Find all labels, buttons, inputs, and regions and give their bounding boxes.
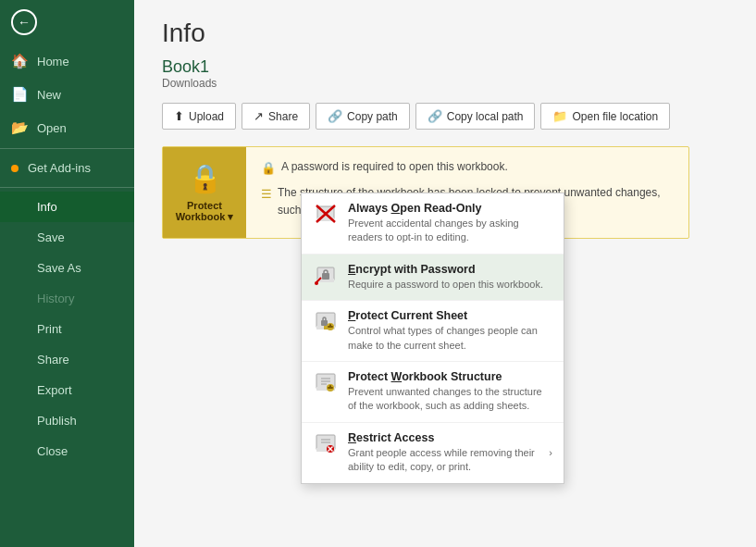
sidebar-item-save[interactable]: Save <box>0 222 134 253</box>
toolbar: ⬆ Upload ↗ Share 🔗 Copy path 🔗 Copy loca… <box>162 103 728 130</box>
encrypt-icon <box>313 263 339 289</box>
file-path: Downloads <box>162 77 728 90</box>
back-button[interactable]: ← <box>0 0 134 44</box>
add-ins-dot <box>11 165 19 172</box>
protect-sheet-title: Protect Current Sheet <box>348 309 552 322</box>
sidebar-item-save-as-label: Save As <box>37 261 81 275</box>
dropdown-item-restrict-access[interactable]: Restrict Access Grant people access whil… <box>302 423 564 483</box>
sidebar-item-export-label: Export <box>37 383 72 397</box>
main-content: Info Book1 Downloads ⬆ Upload ↗ Share 🔗 … <box>134 0 756 547</box>
copy-path-button[interactable]: 🔗 Copy path <box>316 103 410 130</box>
share-btn-icon: ↗ <box>254 109 264 123</box>
share-label: Share <box>268 110 298 123</box>
always-open-icon <box>313 202 339 228</box>
sidebar-item-export[interactable]: Export <box>0 375 134 405</box>
open-file-location-button[interactable]: 📁 Open file location <box>540 103 670 130</box>
file-name: Book1 <box>162 57 728 77</box>
protect-detail-row-1: 🔒 A password is required to open this wo… <box>261 158 674 179</box>
protect-detail-icon-2: ☰ <box>261 185 272 205</box>
sidebar: ← 🏠 Home 📄 New 📂 Open Get Add-ins Info S… <box>0 0 134 547</box>
always-open-content: Always Open Read-Only Prevent accidental… <box>348 202 552 245</box>
upload-label: Upload <box>189 110 224 123</box>
svg-rect-25 <box>328 387 333 389</box>
upload-button[interactable]: ⬆ Upload <box>162 103 236 130</box>
dropdown-item-always-open-read-only[interactable]: Always Open Read-Only Prevent accidental… <box>302 193 564 255</box>
sidebar-item-get-add-ins[interactable]: Get Add-ins <box>0 153 134 183</box>
protect-icon-area[interactable]: 🔒 ProtectWorkbook ▾ <box>163 147 246 238</box>
protect-structure-desc: Prevent unwanted changes to the structur… <box>348 385 552 414</box>
protect-workbook-label: ProtectWorkbook ▾ <box>176 200 234 223</box>
open-location-icon: 📁 <box>552 109 567 123</box>
sidebar-item-close[interactable]: Close <box>0 436 134 466</box>
dropdown-item-protect-workbook-structure[interactable]: Protect Workbook Structure Prevent unwan… <box>302 362 564 423</box>
protect-structure-icon <box>313 370 339 396</box>
upload-icon: ⬆ <box>174 109 184 123</box>
protect-dropdown-menu: Always Open Read-Only Prevent accidental… <box>301 193 564 484</box>
encrypt-desc: Require a password to open this workbook… <box>348 278 552 292</box>
sidebar-item-new-label: New <box>37 88 61 102</box>
sidebar-item-publish-label: Publish <box>37 414 77 428</box>
protect-sheet-content: Protect Current Sheet Control what types… <box>348 309 552 353</box>
svg-rect-6 <box>322 273 329 280</box>
page-title: Info <box>162 19 728 48</box>
sidebar-item-print-label: Print <box>37 322 62 336</box>
sidebar-divider-1 <box>0 148 134 149</box>
sidebar-item-save-as[interactable]: Save As <box>0 253 134 283</box>
share-button[interactable]: ↗ Share <box>242 103 310 130</box>
home-icon: 🏠 <box>11 53 28 69</box>
restrict-access-icon <box>313 431 339 457</box>
sidebar-item-publish[interactable]: Publish <box>0 405 134 436</box>
encrypt-title: Encrypt with Password <box>348 263 552 276</box>
dropdown-item-protect-current-sheet[interactable]: Protect Current Sheet Control what types… <box>302 301 564 362</box>
restrict-access-arrow: › <box>549 447 552 458</box>
sidebar-item-close-label: Close <box>37 444 68 458</box>
sidebar-item-open-label: Open <box>37 121 67 135</box>
protect-sheet-icon <box>313 309 339 335</box>
open-icon: 📂 <box>11 119 28 136</box>
protect-detail-text-1: A password is required to open this work… <box>281 158 508 176</box>
sidebar-item-print[interactable]: Print <box>0 314 134 344</box>
copy-local-path-button[interactable]: 🔗 Copy local path <box>415 103 536 130</box>
restrict-access-title: Restrict Access <box>348 431 539 444</box>
sidebar-divider-2 <box>0 187 134 188</box>
copy-path-icon: 🔗 <box>328 109 342 123</box>
restrict-access-desc: Grant people access while removing their… <box>348 446 539 475</box>
sidebar-item-home[interactable]: 🏠 Home <box>0 44 134 78</box>
protect-structure-content: Protect Workbook Structure Prevent unwan… <box>348 370 552 414</box>
open-file-location-label: Open file location <box>572 110 658 123</box>
sidebar-item-save-label: Save <box>37 230 65 244</box>
sidebar-item-info[interactable]: Info <box>0 192 134 222</box>
copy-local-path-icon: 🔗 <box>428 109 442 123</box>
lock-icon: 🔒 <box>188 162 222 194</box>
sidebar-item-info-label: Info <box>37 200 57 214</box>
back-icon: ← <box>11 9 37 35</box>
protect-sheet-desc: Control what types of changes people can… <box>348 324 552 353</box>
sidebar-item-get-add-ins-label: Get Add-ins <box>28 161 91 175</box>
protect-structure-title: Protect Workbook Structure <box>348 370 552 383</box>
encrypt-content: Encrypt with Password Require a password… <box>348 263 552 292</box>
sidebar-item-share[interactable]: Share <box>0 344 134 375</box>
copy-path-label: Copy path <box>347 110 398 123</box>
svg-rect-17 <box>328 326 333 328</box>
sidebar-item-history[interactable]: History <box>0 283 134 314</box>
sidebar-item-home-label: Home <box>37 55 69 68</box>
sidebar-item-new[interactable]: 📄 New <box>0 78 134 111</box>
sidebar-item-history-label: History <box>37 292 74 305</box>
svg-point-9 <box>315 281 318 285</box>
always-open-desc: Prevent accidental changes by asking rea… <box>348 217 552 245</box>
always-open-title: Always Open Read-Only <box>348 202 552 215</box>
restrict-access-content: Restrict Access Grant people access whil… <box>348 431 539 475</box>
sidebar-item-open[interactable]: 📂 Open <box>0 111 134 144</box>
new-icon: 📄 <box>11 86 28 103</box>
copy-local-path-label: Copy local path <box>447 110 524 123</box>
sidebar-item-share-label: Share <box>37 353 69 367</box>
dropdown-item-encrypt-with-password[interactable]: Encrypt with Password Require a password… <box>302 255 564 301</box>
protect-detail-icon-1: 🔒 <box>261 159 276 179</box>
